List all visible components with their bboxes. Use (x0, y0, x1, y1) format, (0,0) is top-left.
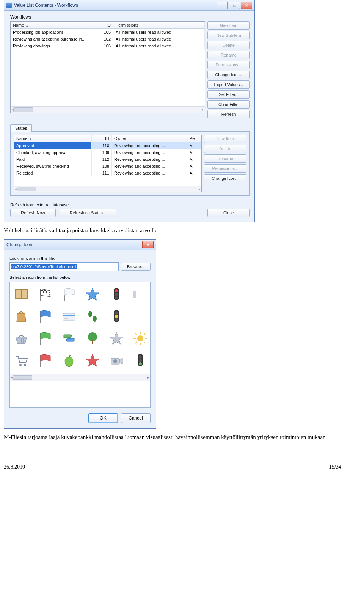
delete-button[interactable]: Delete (204, 145, 246, 153)
col-name: Name▲ (11, 22, 93, 28)
green-flag-icon[interactable] (38, 330, 53, 347)
svg-marker-31 (66, 338, 74, 341)
checkered-flag-icon[interactable] (38, 286, 53, 303)
rename-button[interactable]: Rename (204, 154, 246, 163)
svg-point-52 (139, 355, 142, 359)
col-permissions[interactable]: Permissions (113, 22, 205, 28)
partial-icon[interactable] (132, 286, 148, 303)
permissions-button[interactable]: Permissions... (207, 61, 250, 69)
svg-point-44 (19, 364, 22, 366)
new-item-button[interactable]: New Item (204, 135, 246, 143)
partial-icon[interactable] (132, 308, 148, 325)
green-apple-icon[interactable] (61, 352, 77, 369)
footprints-icon[interactable] (85, 308, 100, 325)
clear-filter-button[interactable]: Clear Filter (207, 100, 250, 109)
close-button[interactable]: ✕ (241, 2, 252, 9)
close-button[interactable]: ✕ (142, 241, 154, 248)
tab-states[interactable]: States (10, 124, 32, 132)
svg-rect-33 (92, 340, 93, 344)
bottom-bar: Refresh from external database: Refresh … (10, 203, 250, 217)
icon-path-input[interactable]: es\7.0.2501.0\ServerTools\Icons.dll (9, 262, 119, 271)
shopping-cart-icon[interactable] (14, 352, 29, 369)
star-red-icon[interactable] (85, 352, 100, 369)
white-flag-icon[interactable] (61, 286, 77, 303)
svg-rect-4 (41, 290, 43, 291)
change-icon-window: Change Icon ✕ Look for icons in this fil… (4, 239, 156, 429)
new-item-button[interactable]: New Item (207, 21, 250, 30)
close-button[interactable]: Close (207, 209, 250, 217)
icon-list[interactable]: ◂▸ (9, 282, 151, 408)
svg-marker-49 (119, 358, 122, 364)
states-header[interactable]: Name▲ ID Owner Pe (14, 135, 201, 142)
titlebar[interactable]: Change Icon ✕ (4, 240, 156, 250)
svg-line-41 (144, 342, 145, 343)
table-row[interactable]: Paid 112 Reviewing and accepting ... Al (14, 156, 201, 163)
workflows-header[interactable]: Name▲ ID Permissions (11, 22, 205, 29)
sun-icon[interactable] (132, 330, 148, 347)
star-grey-icon[interactable] (109, 330, 124, 347)
traffic-light-red-icon[interactable] (109, 286, 124, 303)
table-row[interactable]: Approved 110 Reviewing and accepting ...… (14, 142, 201, 149)
change-icon-button[interactable]: Change Icon... (207, 71, 250, 79)
h-scrollbar[interactable]: ◂▸ (14, 186, 201, 192)
value-list-window: Value List Contents - Workflows — ▭ ✕ Wo… (4, 0, 255, 222)
svg-marker-34 (110, 332, 123, 344)
svg-point-24 (115, 318, 118, 321)
col-pe[interactable]: Pe (187, 135, 201, 142)
h-scrollbar[interactable]: ◂▸ (10, 374, 150, 381)
col-id[interactable]: ID (93, 22, 113, 28)
delete-button[interactable]: Delete (207, 41, 250, 49)
table-row[interactable]: Reviewing drawings 106 All internal user… (11, 42, 205, 49)
export-values-button[interactable]: Export Values... (207, 80, 250, 89)
table-row[interactable]: Processing job applications 105 All inte… (11, 29, 205, 36)
workflows-label: Workflows (10, 14, 250, 20)
footer-date: 26.8.2010 (4, 464, 25, 470)
refresh-now-button[interactable]: Refresh Now (10, 209, 56, 217)
h-scrollbar[interactable]: ◂▸ (11, 106, 205, 113)
col-owner[interactable]: Owner (112, 135, 187, 142)
col-id[interactable]: ID (92, 135, 112, 142)
look-for-label: Look for icons in this file: (9, 256, 151, 261)
svg-rect-6 (43, 291, 44, 293)
sort-asc-icon: ▲ (29, 137, 32, 141)
rename-button[interactable]: Rename (207, 51, 250, 59)
col-name: Name▲ (14, 135, 92, 142)
camera-icon[interactable] (109, 352, 124, 369)
states-list[interactable]: Name▲ ID Owner Pe Approved 110 Reviewing… (14, 135, 202, 192)
set-filter-button[interactable]: Set Filter... (207, 90, 250, 99)
table-row[interactable]: Reviewing and accepting purchase in... 1… (11, 36, 205, 42)
signpost-icon[interactable] (61, 330, 77, 347)
cancel-button[interactable]: Cancel (121, 413, 151, 423)
refresh-db-label: Refresh from external database: (10, 203, 250, 207)
workflows-list[interactable]: Name▲ ID Permissions Processing job appl… (10, 21, 205, 113)
svg-line-40 (135, 333, 137, 335)
new-subitem-button[interactable]: New Subitem (207, 31, 250, 39)
svg-rect-14 (133, 291, 136, 298)
traffic-light-yellow-icon[interactable] (109, 308, 124, 325)
red-flag-icon[interactable] (38, 352, 53, 369)
refreshing-status-button[interactable]: Refreshing Status... (60, 209, 116, 217)
paper-bag-icon[interactable] (14, 308, 29, 325)
tree-icon[interactable] (85, 330, 100, 347)
permissions-button[interactable]: Permissions... (204, 164, 246, 173)
credit-card-icon[interactable] (61, 308, 77, 325)
maximize-button[interactable]: ▭ (229, 2, 240, 9)
change-icon-button[interactable]: Change Icon... (204, 174, 246, 182)
sort-asc-icon: ▲ (25, 24, 28, 27)
ok-button[interactable]: OK (88, 413, 118, 423)
traffic-light-green-icon[interactable] (132, 352, 148, 369)
refresh-button[interactable]: Refresh (207, 110, 250, 118)
browse-button[interactable]: Browse... (121, 263, 151, 271)
table-row[interactable]: Received, awaiting checking 108 Reviewin… (14, 163, 201, 170)
blue-flag-icon[interactable] (38, 308, 53, 325)
star-blue-icon[interactable] (85, 286, 100, 303)
table-row[interactable]: Checked, awaiting approval 109 Reviewing… (14, 149, 201, 156)
svg-point-23 (115, 315, 118, 318)
titlebar[interactable]: Value List Contents - Workflows — ▭ ✕ (4, 0, 254, 11)
shelf-icon[interactable] (14, 286, 29, 303)
svg-point-11 (115, 289, 118, 292)
app-icon (6, 3, 12, 8)
table-row[interactable]: Rejected 111 Reviewing and accepting ...… (14, 170, 201, 176)
minimize-button[interactable]: — (217, 2, 228, 9)
basket-icon[interactable] (14, 330, 29, 347)
